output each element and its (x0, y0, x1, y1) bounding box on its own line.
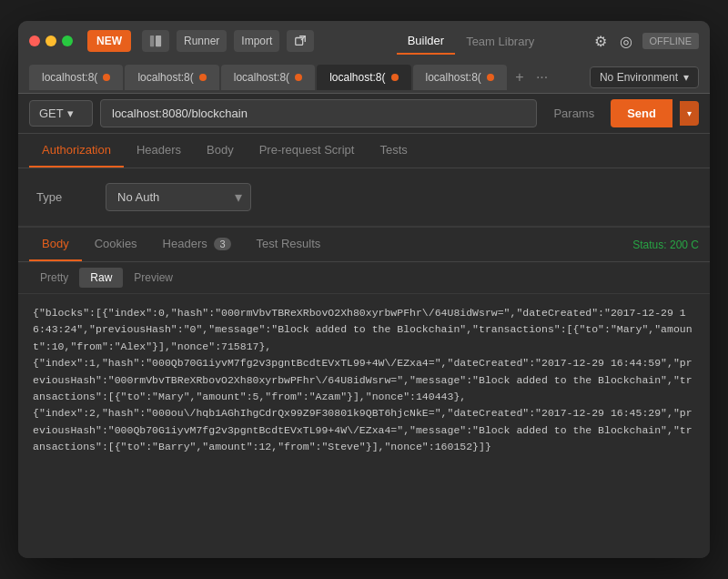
environment-selector[interactable]: No Environment ▾ (590, 66, 699, 88)
tabs-row: localhost:8( localhost:8( localhost:8( l… (18, 61, 710, 94)
new-window-icon (294, 35, 307, 47)
response-section: Body Cookies Headers 3 Test Results Stat… (18, 228, 710, 558)
send-button[interactable]: Send (611, 99, 672, 127)
tab-4-dot (391, 74, 399, 81)
request-tabs: Authorization Headers Body Pre-request S… (18, 134, 710, 168)
auth-type-label: Type (36, 190, 91, 204)
new-button[interactable]: NEW (87, 30, 131, 52)
fmt-tab-preview[interactable]: Preview (123, 268, 184, 288)
url-row: GET ▾ Params Send ▾ (18, 94, 710, 134)
env-label: No Environment (600, 71, 678, 84)
team-library-tab[interactable]: Team Library (455, 29, 545, 54)
params-button[interactable]: Params (544, 101, 603, 126)
status-label: Status: (632, 239, 666, 251)
format-tabs: Pretty Raw Preview (18, 262, 710, 294)
tab-tests[interactable]: Tests (367, 134, 420, 168)
tab-3-dot (295, 74, 302, 81)
auth-type-select[interactable]: No Auth (106, 183, 251, 211)
resp-tab-test-results[interactable]: Test Results (244, 228, 334, 261)
runner-button[interactable]: Runner (177, 30, 227, 52)
svg-rect-0 (150, 36, 154, 46)
status-info: Status: 200 C (632, 239, 699, 251)
tab-1[interactable]: localhost:8( (29, 65, 123, 90)
send-dropdown-button[interactable]: ▾ (680, 101, 699, 126)
method-dropdown-icon: ▾ (67, 107, 74, 120)
tab-1-dot (103, 74, 110, 81)
fmt-tab-raw[interactable]: Raw (79, 268, 123, 288)
close-button[interactable] (29, 36, 40, 46)
auth-section: Type No Auth (18, 168, 710, 227)
new-window-button[interactable] (287, 30, 314, 52)
app-window: NEW Runner Import Builder Team Library ⚙… (18, 21, 710, 558)
tab-5-label: localhost:8( (426, 71, 481, 84)
env-dropdown-icon: ▾ (683, 71, 689, 84)
maximize-button[interactable] (62, 36, 73, 46)
tab-1-label: localhost:8( (42, 71, 97, 84)
import-button[interactable]: Import (234, 30, 279, 52)
tab-4[interactable]: localhost:8( (317, 65, 410, 90)
minimize-button[interactable] (46, 36, 56, 46)
tabs-more-button[interactable]: ··· (532, 69, 551, 86)
sidebar-toggle-button[interactable] (142, 30, 169, 52)
auth-row: Type No Auth (36, 183, 692, 211)
tab-2-label: localhost:8( (137, 71, 193, 84)
sync-icon[interactable]: ◎ (617, 32, 635, 50)
titlebar-right: ⚙ ◎ OFFLINE (592, 32, 699, 50)
response-tabs-row: Body Cookies Headers 3 Test Results Stat… (18, 228, 710, 262)
settings-icon[interactable]: ⚙ (592, 32, 610, 50)
method-label: GET (39, 107, 64, 120)
resp-tab-headers[interactable]: Headers 3 (150, 228, 244, 261)
method-selector[interactable]: GET ▾ (29, 100, 93, 127)
tab-prerequest[interactable]: Pre-request Script (247, 134, 368, 168)
titlebar: NEW Runner Import Builder Team Library ⚙… (18, 21, 710, 61)
status-code: 200 C (670, 239, 699, 251)
tab-4-label: localhost:8( (329, 71, 385, 84)
tab-5-dot (487, 74, 494, 81)
response-body: {"blocks":[{"index":0,"hash":"000rmVbvTB… (18, 294, 710, 558)
tab-3-label: localhost:8( (234, 71, 289, 84)
svg-rect-1 (156, 36, 161, 46)
sidebar-icon (149, 35, 162, 47)
resp-tab-cookies[interactable]: Cookies (82, 228, 150, 261)
offline-badge: OFFLINE (642, 33, 699, 49)
fmt-tab-pretty[interactable]: Pretty (29, 268, 79, 288)
tab-headers[interactable]: Headers (124, 134, 194, 168)
builder-tab[interactable]: Builder (397, 28, 455, 55)
traffic-lights (29, 36, 73, 46)
url-input[interactable] (100, 99, 537, 127)
tab-5[interactable]: localhost:8( (413, 65, 507, 90)
resp-tab-headers-label: Headers (163, 237, 207, 250)
resp-tab-headers-badge: 3 (214, 238, 230, 250)
auth-select-wrapper: No Auth (106, 183, 251, 211)
resp-tab-body[interactable]: Body (29, 228, 82, 261)
tab-3[interactable]: localhost:8( (221, 65, 315, 90)
tab-body[interactable]: Body (194, 134, 247, 168)
add-tab-button[interactable]: + (509, 66, 531, 88)
tab-authorization[interactable]: Authorization (29, 134, 124, 168)
tab-2-dot (199, 74, 207, 81)
tab-2[interactable]: localhost:8( (125, 65, 218, 90)
